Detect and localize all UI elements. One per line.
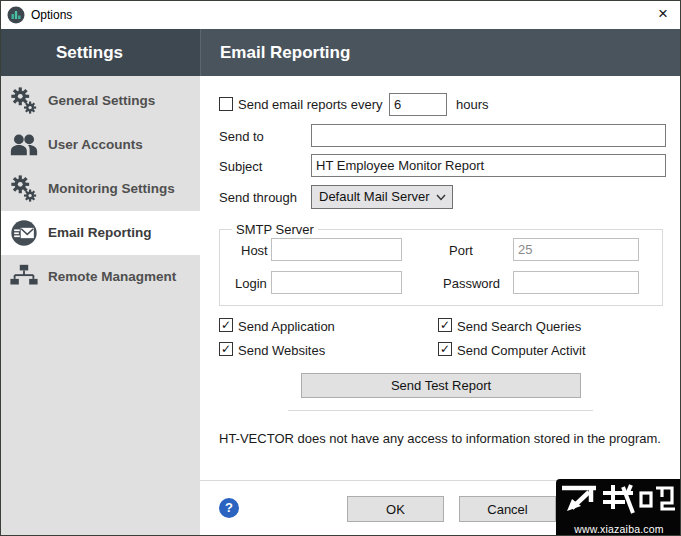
send-search-queries-checkbox[interactable]: ✓ <box>438 318 452 332</box>
send-reports-checkbox[interactable] <box>219 97 233 111</box>
sidebar-item-label: Remote Managment <box>48 255 176 299</box>
send-application-label: Send Application <box>238 319 335 334</box>
sidebar-item-monitoring-settings[interactable]: Monitoring Settings <box>1 167 200 211</box>
mail-server-dropdown[interactable]: Default Mail Server <box>311 185 453 209</box>
watermark-url: www.xiazaiba.com <box>556 523 681 535</box>
send-websites-checkbox[interactable]: ✓ <box>219 342 233 356</box>
email-circle-icon <box>9 218 39 248</box>
sidebar-item-email-reporting[interactable]: Email Reporting <box>1 211 200 255</box>
send-computer-activity-checkbox[interactable]: ✓ <box>438 342 452 356</box>
users-icon <box>9 130 39 160</box>
ok-button[interactable]: OK <box>347 496 444 522</box>
sidebar-item-label: User Accounts <box>48 123 143 167</box>
send-search-queries-label: Send Search Queries <box>457 319 581 334</box>
titlebar: Options × <box>1 1 680 29</box>
sidebar-item-user-accounts[interactable]: User Accounts <box>1 123 200 167</box>
port-label: Port <box>449 243 473 258</box>
subject-input[interactable] <box>311 154 666 177</box>
port-input[interactable] <box>513 238 639 261</box>
settings-heading: Settings <box>1 29 200 76</box>
email-reporting-panel: Send email reports every hours Send to S… <box>200 76 681 536</box>
send-websites-label: Send Websites <box>238 343 325 358</box>
password-label: Password <box>443 276 500 291</box>
header-panel-band: Email Reporting <box>200 29 681 76</box>
help-button[interactable]: ? <box>219 498 239 518</box>
xiazaiba-watermark: 下载吧 www.xiazaiba.com <box>556 479 681 536</box>
send-through-label: Send through <box>219 190 297 205</box>
interval-input[interactable] <box>389 93 447 116</box>
gears-icon <box>9 86 39 116</box>
send-to-input[interactable] <box>311 124 666 147</box>
subject-label: Subject <box>219 159 262 174</box>
privacy-note: HT-VECTOR does not have any access to in… <box>219 431 661 446</box>
sitemap-icon <box>9 262 39 292</box>
login-input[interactable] <box>271 271 402 294</box>
send-computer-activity-label: Send Computer Activit <box>457 343 586 358</box>
app-logo-icon <box>7 6 25 24</box>
send-application-checkbox[interactable]: ✓ <box>219 318 233 332</box>
send-to-label: Send to <box>219 129 264 144</box>
send-reports-label: Send email reports every <box>238 97 383 112</box>
mail-server-selected-value: Default Mail Server <box>319 186 430 208</box>
smtp-server-title: SMTP Server <box>232 222 318 237</box>
sidebar-item-remote-managment[interactable]: Remote Managment <box>1 255 200 299</box>
send-test-report-button[interactable]: Send Test Report <box>301 373 581 398</box>
cancel-button[interactable]: Cancel <box>459 496 556 522</box>
host-label: Host <box>241 243 268 258</box>
settings-sidebar: General Settings User Accounts <box>1 76 200 536</box>
chevron-down-icon <box>436 194 446 201</box>
sidebar-item-label: Email Reporting <box>48 211 152 255</box>
sidebar-item-label: General Settings <box>48 79 155 123</box>
sidebar-item-general-settings[interactable]: General Settings <box>1 79 200 123</box>
hours-label: hours <box>456 97 489 112</box>
host-input[interactable] <box>271 238 402 261</box>
login-label: Login <box>235 276 267 291</box>
close-button[interactable]: × <box>645 1 681 28</box>
watermark-logo-glyphs <box>559 480 679 520</box>
options-dialog: Options × Settings Email Reporting <box>0 0 681 536</box>
page-title: Email Reporting <box>201 29 681 76</box>
header-settings-band: Settings <box>1 29 200 76</box>
gears-icon <box>9 174 39 204</box>
window-title: Options <box>31 8 72 22</box>
sidebar-item-label: Monitoring Settings <box>48 167 175 211</box>
password-input[interactable] <box>513 271 639 294</box>
divider <box>288 410 593 411</box>
